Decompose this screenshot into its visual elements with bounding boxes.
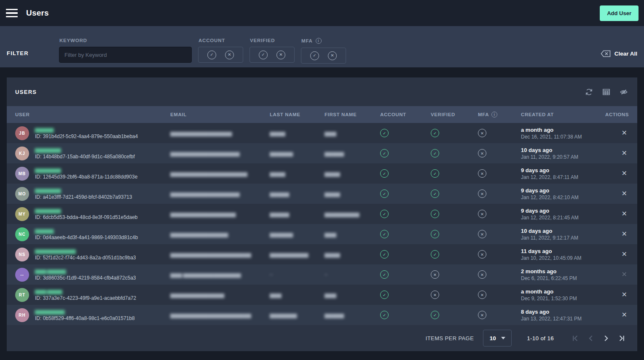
verified-filter-yes-button[interactable] (259, 51, 268, 59)
mfa-filter-no-button[interactable] (328, 51, 337, 60)
mfa-status-icon (478, 129, 486, 137)
clear-all-button[interactable]: Clear All (601, 50, 637, 57)
user-name-link[interactable]: ▆▆▆▆▆ (35, 127, 54, 133)
user-last-name: ▆▆▆▆▆ (270, 191, 325, 197)
mfa-filter-group: MFA i (301, 26, 346, 64)
mfa-status-icon (478, 311, 486, 319)
column-header-user: USER (15, 112, 170, 117)
avatar: NS (15, 248, 29, 261)
menu-icon[interactable] (6, 9, 18, 17)
created-date: Jan 11, 2022, 9:20:57 AM (521, 154, 605, 160)
delete-user-button[interactable] (621, 169, 628, 178)
created-relative: 2 months ago (521, 268, 605, 275)
delete-user-button[interactable] (621, 210, 628, 218)
backspace-icon (601, 50, 611, 57)
created-relative: a month ago (521, 127, 605, 133)
column-header-first-name: FIRST NAME (325, 112, 380, 117)
mfa-filter-yes-button[interactable] (310, 51, 319, 60)
account-status-icon (380, 291, 389, 299)
delete-user-button[interactable] (621, 149, 628, 157)
delete-user-button[interactable] (621, 250, 628, 259)
table-header-row: USER EMAIL LAST NAME FIRST NAME ACCOUNT … (7, 106, 637, 123)
delete-user-button[interactable] (621, 129, 628, 137)
user-email: ▆▆▆▆▆▆▆▆▆▆▆▆▆▆ (170, 292, 270, 298)
mfa-status-icon (478, 270, 486, 279)
user-id: ID: 391b4d2f-5c92-4aa4-879e-550aab1beba4 (35, 133, 138, 139)
mfa-info-icon[interactable]: i (491, 112, 497, 117)
account-filter-group: ACCOUNT (198, 26, 243, 63)
table-row: MO ▆▆▆▆▆▆▆ID: a41e3fff-7d21-459d-bfcf-84… (7, 184, 637, 204)
last-page-button[interactable] (618, 335, 625, 342)
previous-page-button[interactable] (587, 335, 594, 342)
items-per-page-label: ITEMS PER PAGE (426, 335, 474, 341)
user-id: ID: 337a3e7c-4223-49f9-a9e1-acaebbfd7a72 (35, 295, 136, 301)
keyword-input[interactable] (59, 47, 192, 63)
created-relative: 11 days ago (521, 248, 605, 254)
user-name-link[interactable]: ▆▆▆▆▆▆▆ (35, 167, 61, 173)
user-name-link[interactable]: ▆▆▆▆▆▆▆ (35, 147, 61, 153)
user-name-link[interactable]: ▆▆▆ ▆▆▆▆▆ (35, 268, 66, 274)
column-header-email: EMAIL (170, 112, 270, 117)
refresh-button[interactable] (585, 88, 593, 96)
delete-user-button[interactable] (621, 311, 628, 319)
user-email: ▆▆▆▆▆▆▆▆▆▆▆▆▆▆▆▆▆▆ (170, 150, 270, 157)
mfa-column-label: MFA (478, 112, 489, 117)
next-page-button[interactable] (603, 335, 610, 342)
user-name-link[interactable]: ▆▆▆▆▆▆▆▆▆▆▆ (35, 248, 75, 254)
pagination-range: 1-10 of 16 (527, 335, 554, 341)
filter-bar: FILTER KEYWORD ACCOUNT VERIFIED MFA i (0, 26, 644, 67)
users-panel: USERS (7, 77, 637, 351)
chevron-right-icon (603, 335, 610, 342)
add-user-button[interactable]: Add User (600, 5, 639, 21)
created-date: Dec 16, 2021, 11:07:38 AM (521, 134, 605, 140)
delete-user-button[interactable] (621, 291, 628, 299)
delete-user-button[interactable] (621, 270, 628, 279)
account-status-icon (380, 129, 389, 137)
table-row: JB ▆▆▆▆▆ID: 391b4d2f-5c92-4aa4-879e-550a… (7, 123, 637, 143)
user-last-name: ▆▆▆ (270, 292, 325, 298)
created-relative: 10 days ago (521, 228, 605, 234)
user-name-link[interactable]: ▆▆▆▆▆ (35, 228, 54, 234)
user-name-link[interactable]: ▆▆▆▆▆▆▆ (35, 187, 61, 193)
delete-user-button[interactable] (621, 189, 628, 198)
user-name-link[interactable]: ▆▆▆ ▆▆▆▆ (35, 288, 62, 294)
info-icon[interactable]: i (316, 38, 322, 44)
user-email: ▆▆▆ ▆▆▆▆▆▆▆▆▆▆▆▆▆▆▆ (170, 272, 270, 278)
users-panel-title: USERS (15, 89, 37, 95)
hide-columns-button[interactable] (620, 88, 628, 96)
user-first-name: – (325, 272, 380, 277)
account-status-icon (380, 210, 389, 218)
table-view-button[interactable] (602, 88, 610, 96)
items-per-page-value: 10 (490, 335, 496, 341)
account-filter-no-button[interactable] (225, 51, 234, 59)
keyword-filter-group: KEYWORD (59, 26, 192, 63)
user-name-link[interactable]: ▆▆▆▆▆▆▆ (35, 208, 61, 213)
panel-toolbar (585, 88, 628, 96)
first-page-button[interactable] (572, 335, 579, 342)
user-email: ▆▆▆▆▆▆▆▆▆▆▆▆▆▆▆▆ (170, 130, 270, 136)
items-per-page-select[interactable]: 10 (483, 330, 512, 347)
user-last-name: ▆▆▆▆▆▆ (270, 231, 325, 237)
verified-status-icon (431, 270, 439, 279)
user-first-name: ▆▆▆ (325, 231, 380, 237)
user-first-name: ▆▆▆▆▆ (325, 312, 380, 318)
mfa-status-icon (478, 230, 486, 238)
verified-status-icon (431, 189, 439, 198)
delete-user-button[interactable] (621, 230, 628, 238)
page-title: Users (26, 8, 49, 18)
chevron-left-icon (587, 335, 594, 342)
table-row: NC ▆▆▆▆▆ID: 0d4aaeeb-4d3f-4a41-9869-1493… (7, 224, 637, 244)
user-last-name: ▆▆▆▆▆▆▆ (270, 312, 325, 318)
table-row: MY ▆▆▆▆▆▆▆ID: 6dcb5d53-bdda-48cd-8e3f-09… (7, 204, 637, 224)
pagination-nav (572, 335, 625, 342)
verified-status-icon (431, 230, 439, 238)
created-date: Jan 12, 2022, 8:21:45 AM (521, 215, 605, 221)
verified-filter-no-button[interactable] (276, 51, 285, 59)
user-last-name: – (270, 272, 325, 277)
account-filter-yes-button[interactable] (207, 51, 216, 59)
user-email: ▆▆▆▆▆▆▆▆▆▆▆▆▆▆▆▆▆▆ (170, 191, 270, 197)
user-first-name: ▆▆▆▆▆ (325, 150, 380, 157)
user-name-link[interactable]: ▆▆▆▆▆▆▆▆ (35, 309, 64, 315)
verified-status-icon (431, 129, 439, 137)
avatar: JB (15, 126, 29, 140)
